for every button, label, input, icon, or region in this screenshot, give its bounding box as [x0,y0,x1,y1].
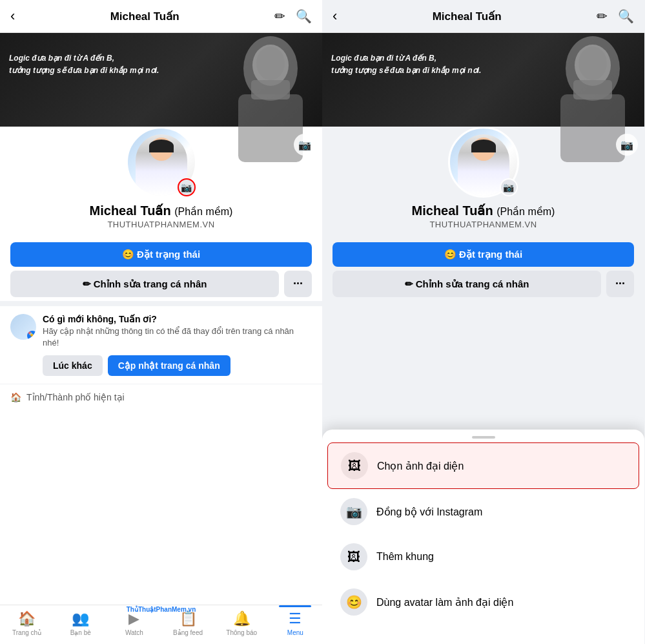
left-phone-panel: ‹ Micheal Tuấn ✏ 🔍 Logic đưa bạn đi từ A… [0,0,322,644]
left-button-row-edit: ✏ Chỉnh sửa trang cá nhân ··· [0,271,322,301]
right-edit-icon[interactable]: ✏ [597,8,608,24]
left-location-row: 🏠 Tỉnh/Thành phố hiện tại [0,384,322,410]
right-avatar-label: Dùng avatar làm ảnh đại diện [376,596,513,608]
right-choose-photo-label: Chọn ảnh đại diện [377,460,464,472]
right-avatar-icon: 😊 [340,588,367,616]
right-choose-photo-icon: 🖼 [341,452,368,479]
left-nav-title: Micheal Tuấn [110,10,179,23]
left-later-button[interactable]: Lúc khác [43,355,103,376]
right-phone-panel: ‹ Micheal Tuấn ✏ 🔍 Logic đưa bạn đi từ A… [322,0,644,644]
right-edit-profile-button[interactable]: ✏ Chỉnh sửa trang cá nhân [333,271,601,297]
right-button-row-edit: ✏ Chỉnh sửa trang cá nhân ··· [322,271,644,301]
left-more-button[interactable]: ··· [284,271,312,297]
left-watch-icon: ▶ [128,610,139,627]
left-update-text: Có gì mới không, Tuấn ơi? Hãy cập nhật n… [43,314,312,376]
svg-rect-2 [238,94,303,162]
left-home-label: Trang chủ [12,629,41,636]
left-back-button[interactable]: ‹ [10,8,15,25]
right-sheet-item-frame[interactable]: 🖼 Thêm khung [327,534,639,579]
right-cover-camera-icon: 📷 [620,139,633,151]
left-update-prompt: Có gì mới không, Tuấn ơi? Hãy cập nhật n… [0,301,322,384]
left-nav-watch[interactable]: ▶ Watch [118,610,150,636]
left-edit-icon[interactable]: ✏ [274,8,285,24]
right-instagram-label: Đồng bộ với Instagram [376,506,482,518]
right-button-row-status: 😊 Đặt trạng thái [322,236,644,271]
left-edit-profile-button[interactable]: ✏ Chỉnh sửa trang cá nhân [10,271,279,297]
right-avatar-wrapper: 📷 [448,127,519,198]
left-cover-camera-button[interactable]: 📷 [294,134,316,156]
right-frame-icon: 🖼 [340,543,367,570]
left-update-button[interactable]: Cập nhật trang cá nhân [108,355,230,376]
left-profile-subtitle: THUTHUATPHANMEM.VN [107,220,214,229]
right-sheet-item-avatar[interactable]: 😊 Dùng avatar làm ảnh đại diện [327,579,639,625]
right-nav-icons: ✏ 🔍 [597,8,634,24]
left-bottom-nav: 🏠 Trang chủ 👥 Bạn bè ▶ Watch 📋 Bảng feed [0,605,322,644]
left-profile-name: Micheal Tuấn (Phần mềm) [90,203,233,218]
right-frame-label: Thêm khung [376,551,434,563]
right-cover-camera-button[interactable]: 📷 [616,134,638,156]
right-profile-name: Micheal Tuấn (Phần mềm) [412,203,555,218]
left-nav-notifications[interactable]: 🔔 Thông báo [225,610,258,636]
left-notif-label: Thông báo [226,629,257,636]
left-nav-icons: ✏ 🔍 [274,8,312,24]
left-cover-quote: Logic đưa bạn đi từ A đến B, tưởng tượng… [9,52,159,77]
left-notif-icon: 🔔 [233,610,251,627]
left-button-row-status: 😊 Đặt trạng thái [0,236,322,271]
right-sheet-item-choose-photo[interactable]: 🖼 Chọn ảnh đại diện [327,442,639,489]
left-set-status-button[interactable]: 😊 Đặt trạng thái [10,242,312,267]
left-nav-friends[interactable]: 👥 Bạn bè [65,610,97,636]
left-location-text: Tỉnh/Thành phố hiện tại [26,392,125,402]
svg-point-8 [578,47,607,80]
right-profile-subtitle: THUTHUATPHANMEM.VN [429,220,537,229]
right-avatar-camera-button[interactable]: 📷 [500,178,518,196]
left-nav-bar: ‹ Micheal Tuấn ✏ 🔍 [0,0,322,33]
left-avatar-camera-button[interactable]: 📷 [178,178,196,196]
left-location-icon: 🏠 [10,392,21,402]
right-sheet-item-instagram[interactable]: 📷 Đồng bộ với Instagram [327,489,639,534]
left-update-actions: Lúc khác Cập nhật trang cá nhân [43,355,312,376]
left-menu-label: Menu [287,629,303,636]
right-cover-quote: Logic đưa bạn đi từ A đến B, tưởng tượng… [331,52,481,77]
left-nav-feed[interactable]: 📋 Bảng feed [172,610,204,636]
right-search-icon[interactable]: 🔍 [618,8,634,24]
right-bottom-sheet: 🖼 Chọn ảnh đại diện 📷 Đồng bộ với Instag… [322,430,644,644]
left-friends-label: Bạn bè [70,629,91,636]
right-instagram-icon: 📷 [340,498,367,525]
left-search-icon[interactable]: 🔍 [296,8,312,24]
right-avatar-camera-icon: 📷 [503,182,514,192]
right-nav-bar: ‹ Micheal Tuấn ✏ 🔍 [322,0,644,33]
left-friends-icon: 👥 [72,610,89,627]
svg-point-3 [256,47,285,80]
right-more-button[interactable]: ··· [606,271,634,297]
left-update-avatar [10,314,36,340]
left-update-title: Có gì mới không, Tuấn ơi? [43,314,312,324]
left-watch-label: Watch [125,629,143,636]
left-feed-label: Bảng feed [173,629,203,636]
right-sheet-handle [472,436,495,439]
left-avatar-wrapper: 📷 [126,127,197,198]
svg-rect-9 [573,80,612,99]
left-feed-icon: 📋 [179,610,197,627]
left-scroll-content: Logic đưa bạn đi từ A đến B, tưởng tượng… [0,33,322,605]
right-nav-title: Micheal Tuấn [433,10,502,23]
left-nav-home[interactable]: 🏠 Trang chủ [11,610,43,636]
left-avatar-camera-icon: 📷 [181,182,192,192]
left-home-icon: 🏠 [18,610,36,627]
left-menu-icon: ☰ [289,610,302,627]
right-set-status-button[interactable]: 😊 Đặt trạng thái [333,242,634,267]
svg-rect-7 [560,94,625,162]
left-cover-camera-icon: 📷 [298,139,311,151]
svg-rect-4 [251,80,290,99]
right-back-button[interactable]: ‹ [333,8,337,25]
left-update-desc: Hãy cập nhật những thông tin có thể đã t… [43,326,312,349]
left-nav-menu[interactable]: ☰ Menu [279,610,311,636]
